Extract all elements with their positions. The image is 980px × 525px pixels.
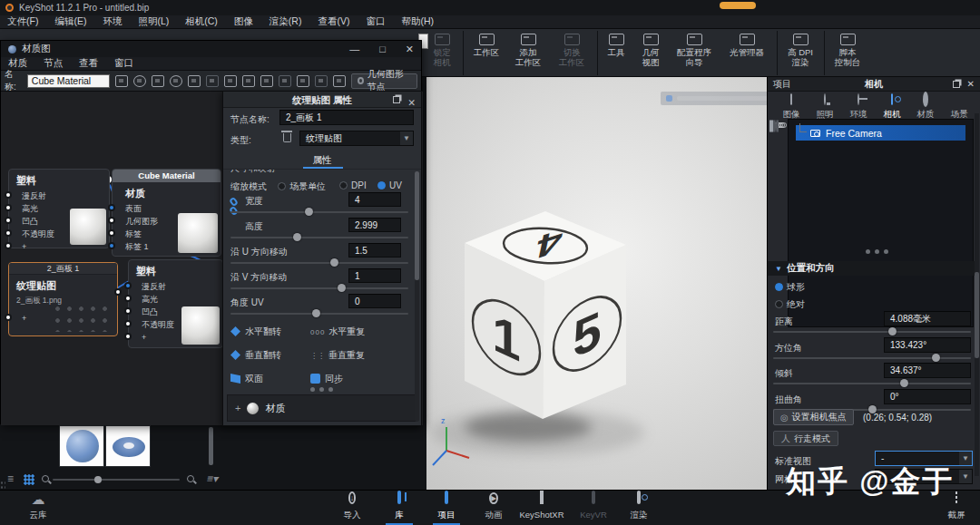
- show-textures-icon[interactable]: [260, 75, 273, 87]
- tab-lighting[interactable]: 照明: [808, 94, 841, 121]
- material-ball-icon[interactable]: [133, 75, 146, 87]
- dock-import[interactable]: ↓ 导入: [327, 492, 377, 525]
- list-view-icon[interactable]: ≡: [7, 473, 14, 484]
- mode-absolute[interactable]: 绝对: [775, 298, 805, 311]
- inclination-slider[interactable]: [773, 383, 971, 384]
- delete-node-icon[interactable]: [283, 133, 291, 142]
- height-input[interactable]: 2.999: [348, 218, 401, 232]
- menu-image[interactable]: 图像: [234, 15, 253, 28]
- menu-view[interactable]: 查看(V): [318, 15, 349, 28]
- material-thumbnail-sphere[interactable]: [59, 425, 104, 467]
- library-scrollbar[interactable]: [209, 427, 213, 465]
- material-graph-titlebar[interactable]: 材质图 — □ ✕: [1, 41, 421, 57]
- tab-image[interactable]: 图像: [775, 94, 808, 121]
- close-icon[interactable]: ✕: [967, 79, 975, 89]
- thumbnail-size-slider[interactable]: [53, 479, 180, 481]
- tab-environment[interactable]: 环境: [842, 94, 875, 121]
- high-dpi-render-button[interactable]: 高 DPI渲染: [780, 33, 820, 73]
- scale-mode-scene-units[interactable]: 场景单位: [278, 180, 326, 193]
- minimize-button[interactable]: —: [349, 44, 359, 55]
- walk-mode-button[interactable]: 人 行走模式: [773, 431, 838, 446]
- maximize-button[interactable]: □: [379, 44, 386, 55]
- distance-input[interactable]: 4.088毫米: [884, 311, 971, 326]
- menu-lighting[interactable]: 照明(L): [138, 15, 169, 28]
- dock-keyvr[interactable]: KeyVR: [568, 492, 619, 525]
- node-name-input[interactable]: 2_画板 1: [279, 110, 414, 125]
- menu-render[interactable]: 渲染(R): [270, 15, 302, 28]
- material-name-input[interactable]: Cube Material: [27, 74, 110, 88]
- window-controls-highlight[interactable]: [720, 2, 756, 9]
- save-camera-icon[interactable]: [777, 120, 779, 132]
- shift-u-input[interactable]: 1.5: [348, 243, 401, 258]
- save-icon[interactable]: [115, 75, 128, 87]
- node-cube-material[interactable]: Cube Material 材质 表面 几何图形 标签 标签 1: [112, 169, 221, 257]
- shift-v-input[interactable]: 1: [348, 268, 401, 283]
- project-scrollbar[interactable]: [975, 113, 979, 476]
- inclination-input[interactable]: 34.637°: [884, 363, 971, 378]
- sync-toggle[interactable]: 同步: [310, 373, 343, 385]
- angle-uv-input[interactable]: 0: [348, 294, 401, 308]
- lock-icon[interactable]: [206, 75, 219, 87]
- slider-handle[interactable]: [94, 476, 102, 483]
- dock-render[interactable]: 渲染: [613, 492, 664, 525]
- flip-horizontal-toggle[interactable]: 水平翻转: [230, 326, 281, 338]
- distance-slider[interactable]: [773, 331, 971, 333]
- camera-tree[interactable]: Free Camera: [788, 119, 974, 327]
- grid-view-icon[interactable]: [24, 474, 34, 485]
- delete-icon[interactable]: [242, 75, 255, 87]
- show-labels-icon[interactable]: [279, 75, 291, 87]
- dock-library[interactable]: 库: [374, 492, 425, 525]
- width-input[interactable]: 4: [348, 192, 401, 207]
- mg-menu-view[interactable]: 查看: [79, 57, 98, 70]
- add-workspace-button[interactable]: 添加工作区: [508, 33, 548, 73]
- height-slider[interactable]: [230, 237, 408, 238]
- align-nodes-icon[interactable]: [297, 75, 309, 87]
- settings-sliders-icon[interactable]: [188, 75, 201, 87]
- configurator-wizard-button[interactable]: 配置程序向导: [670, 33, 719, 73]
- dock-project[interactable]: 项目: [421, 492, 472, 525]
- lock-camera-button[interactable]: 锁定相机: [426, 33, 457, 73]
- scale-mode-uv[interactable]: UV: [377, 180, 402, 190]
- mode-spherical[interactable]: 球形: [775, 281, 805, 294]
- node-plastic-top[interactable]: 塑料 漫反射 高光 凹凸 不透明度 +: [8, 169, 110, 248]
- duplicate-icon[interactable]: [224, 75, 237, 87]
- switch-workspace-button[interactable]: 切换工作区: [552, 33, 592, 73]
- menu-camera[interactable]: 相机(C): [185, 15, 218, 28]
- set-camera-focus-button[interactable]: ◎ 设置相机焦点: [773, 409, 854, 425]
- menu-window[interactable]: 窗口: [366, 15, 385, 28]
- width-slider[interactable]: [230, 211, 408, 213]
- script-console-button[interactable]: 脚本控制台: [828, 33, 867, 73]
- tools-button[interactable]: 工具: [601, 33, 632, 73]
- two-sided-toggle[interactable]: 双面: [230, 373, 263, 385]
- connector-icon[interactable]: [333, 75, 346, 87]
- frame-all-icon[interactable]: [315, 75, 328, 87]
- filter-icon[interactable]: ≡▾: [206, 473, 220, 484]
- azimuth-input[interactable]: 133.423°: [884, 337, 971, 353]
- close-button[interactable]: ✕: [406, 44, 414, 55]
- scale-mode-dpi[interactable]: DPI: [339, 180, 367, 190]
- properties-tab[interactable]: 属性: [223, 151, 421, 170]
- mg-menu-node[interactable]: 节点: [44, 57, 63, 70]
- shift-u-slider[interactable]: [230, 262, 408, 264]
- properties-scrollbar[interactable]: [415, 171, 419, 422]
- geometry-view-button[interactable]: 几何视图: [633, 33, 668, 73]
- close-icon[interactable]: ✕: [407, 94, 416, 111]
- node-plastic-bottom[interactable]: 塑料 漫反射 高光 凹凸 不透明度 +: [128, 259, 223, 348]
- material-section-row[interactable]: + 材质: [227, 394, 417, 422]
- undock-icon[interactable]: [953, 81, 960, 88]
- camera-tree-selected-row[interactable]: Free Camera: [796, 125, 965, 141]
- section-divider-dots[interactable]: [310, 387, 333, 392]
- link-width-height-icon[interactable]: [228, 197, 240, 220]
- material-thumbnail-torus[interactable]: [105, 425, 151, 467]
- menu-edit[interactable]: 编辑(E): [54, 15, 86, 28]
- mg-menu-window[interactable]: 窗口: [114, 57, 133, 70]
- zoom-in-icon[interactable]: [187, 475, 194, 482]
- menu-help[interactable]: 帮助(H): [401, 15, 434, 28]
- twist-input[interactable]: 0°: [884, 389, 971, 404]
- repeat-horizontal-toggle[interactable]: 000水平重复: [310, 326, 365, 338]
- texture-output-port[interactable]: [114, 288, 122, 296]
- undock-icon[interactable]: [393, 96, 400, 103]
- shift-v-slider[interactable]: [230, 287, 408, 289]
- cloud-library-button[interactable]: ☁ 云库: [13, 492, 64, 525]
- flip-vertical-toggle[interactable]: 垂直翻转: [230, 349, 281, 362]
